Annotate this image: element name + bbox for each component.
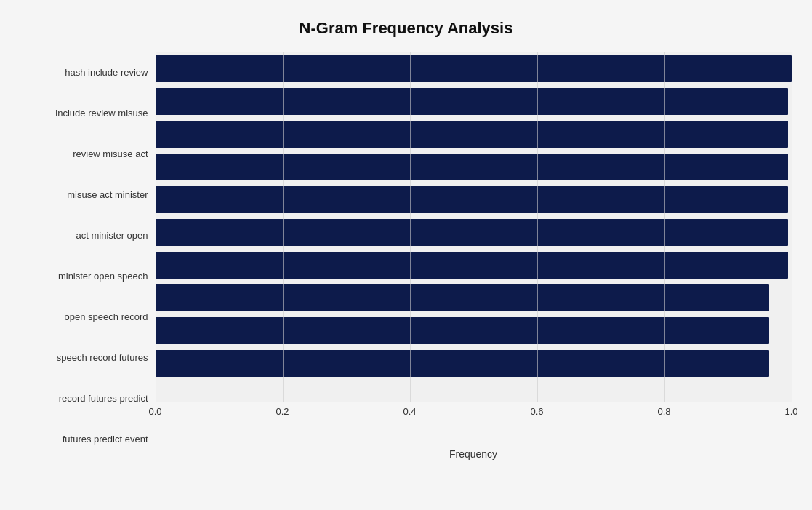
chart-area: hash include reviewinclude review misuse… (21, 52, 792, 460)
x-tick: 0.6 (530, 406, 543, 417)
bar-row (156, 314, 792, 347)
y-axis: hash include reviewinclude review misuse… (21, 52, 156, 460)
y-label: minister open speech (21, 260, 148, 292)
bars-and-x: 0.00.20.40.60.81.0 Frequency (156, 52, 792, 460)
bar (156, 219, 789, 246)
bar-row (156, 85, 792, 118)
y-label: futures predict event (21, 423, 148, 455)
x-tick: 1.0 (784, 406, 797, 417)
bar (156, 252, 789, 279)
y-label: review misuse act (21, 138, 148, 170)
x-tick: 0.8 (657, 406, 670, 417)
bar-row (156, 183, 792, 216)
y-label: open speech record (21, 300, 148, 333)
bar-row (156, 347, 792, 380)
bar-row (156, 282, 792, 314)
bar (156, 88, 789, 115)
y-label: act minister open (21, 219, 148, 252)
y-label: record futures predict (21, 382, 148, 415)
bar (156, 186, 789, 213)
x-axis: 0.00.20.40.60.81.0 (156, 406, 792, 435)
chart-title: N-Gram Frequency Analysis (21, 19, 792, 38)
bar-row (156, 249, 792, 282)
bar-row (156, 151, 792, 183)
bar (156, 284, 769, 311)
bar (156, 55, 792, 82)
x-tick: 0.0 (148, 406, 161, 417)
bar (156, 154, 789, 180)
grid-line (792, 52, 792, 402)
bar-row (156, 118, 792, 151)
bar (156, 121, 789, 148)
bars-panel (156, 52, 792, 402)
x-axis-label: Frequency (156, 448, 792, 460)
y-label: hash include review (21, 56, 148, 89)
y-label: speech record futures (21, 341, 148, 374)
chart-container: N-Gram Frequency Analysis hash include r… (7, 4, 806, 506)
x-tick: 0.2 (276, 406, 289, 417)
bar-row (156, 216, 792, 249)
y-label: misuse act minister (21, 178, 148, 211)
bar (156, 317, 769, 344)
x-tick: 0.4 (403, 406, 416, 417)
bar-row (156, 52, 792, 85)
y-label: include review misuse (21, 97, 148, 130)
bar (156, 350, 769, 377)
